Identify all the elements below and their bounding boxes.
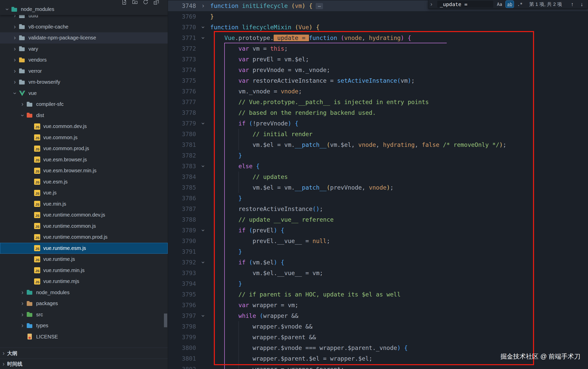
chevron-right-icon[interactable]: › (11, 68, 18, 75)
code-line-3797[interactable]: 3797› while (wrapper && (168, 310, 588, 321)
find-input[interactable]: _update = (437, 1, 493, 8)
tree-item-types[interactable]: ›types (0, 320, 168, 331)
tree-item-compiler-sfc[interactable]: ›compiler-sfc (0, 99, 168, 110)
code-line-3799[interactable]: 3799 wrapper.$parent && (168, 332, 588, 343)
chevron-right-icon[interactable]: › (11, 79, 18, 86)
tree-item-dist[interactable]: ›dist (0, 110, 168, 121)
fold-down-icon[interactable]: › (198, 116, 208, 131)
tree-item-vue.runtime.common.dev.js[interactable]: JSvue.runtime.common.dev.js (0, 209, 168, 221)
chevron-right-icon[interactable]: › (19, 300, 26, 307)
code-line-3780[interactable]: 3780 // initial render (168, 129, 588, 139)
regex-button[interactable]: .* (516, 1, 524, 8)
tree-item-vue.common.js[interactable]: JSvue.common.js (0, 132, 168, 143)
code-line-3794[interactable]: 3794 } (168, 278, 588, 289)
tree-item-verror[interactable]: ›verror (0, 66, 168, 77)
chevron-right-icon[interactable]: › (19, 311, 26, 318)
tree-item-vue.runtime.common.prod.js[interactable]: JSvue.runtime.common.prod.js (0, 232, 168, 243)
chevron-down-icon[interactable]: › (11, 90, 18, 97)
timeline-panel-header[interactable]: › 时间线 (0, 359, 168, 369)
code-line-3776[interactable]: 3776 vm._vnode = vnode; (168, 86, 588, 97)
chevron-down-icon[interactable]: › (4, 6, 11, 13)
code-line-3778[interactable]: 3778 // based on the rendering backend u… (168, 107, 588, 118)
tree-item-node_modules[interactable]: ›node_modules (0, 4, 168, 15)
match-case-button[interactable]: Aa (496, 1, 503, 8)
code-line-3781[interactable]: 3781 vm.$el = vm.__patch__(vm.$el, vnode… (168, 139, 588, 150)
tree-item-vue.min.js[interactable]: JSvue.min.js (0, 198, 168, 210)
fold-down-icon[interactable]: › (198, 255, 208, 269)
sidebar-scrollbar[interactable] (164, 314, 167, 327)
code-line-3783[interactable]: 3783› else { (168, 161, 588, 172)
code-line-3791[interactable]: 3791 } (168, 246, 588, 257)
tree-item-vue[interactable]: ›vue (0, 88, 168, 99)
fold-down-icon[interactable]: › (198, 159, 208, 173)
tree-item-vary[interactable]: ›vary (0, 44, 168, 55)
chevron-right-icon[interactable]: › (0, 361, 7, 367)
find-toggle-replace-icon[interactable]: › (430, 1, 435, 8)
tree-item-packages[interactable]: ›packages (0, 298, 168, 309)
code-line-3769[interactable]: 3769} (168, 11, 588, 22)
find-next-button[interactable]: ↓ (580, 1, 583, 7)
code-line-3777[interactable]: 3777 // Vue.prototype.__patch__ is injec… (168, 97, 588, 107)
code-line-3788[interactable]: 3788 // update __vue__ reference (168, 214, 588, 225)
code-line-3773[interactable]: 3773 var prevEl = vm.$el; (168, 54, 588, 65)
code-line-3785[interactable]: 3785 vm.$el = vm.__patch__(prevVnode, vn… (168, 182, 588, 193)
tree-item-vue.esm.js[interactable]: JSvue.esm.js (0, 176, 168, 188)
code-line-3792[interactable]: 3792› if (vm.$el) { (168, 257, 588, 268)
code-lines[interactable]: 3748›function initLifecycle (vm) {⋯3769}… (168, 1, 588, 369)
chevron-right-icon[interactable]: › (19, 289, 26, 296)
collapse-all-button[interactable] (153, 0, 159, 5)
code-line-3779[interactable]: 3779› if (!prevVnode) { (168, 118, 588, 129)
code-line-3770[interactable]: 3770›function lifecycleMixin (Vue) { (168, 22, 588, 33)
tree-item-LICENSE[interactable]: LICENSE (0, 331, 168, 343)
tree-item-vue.esm.browser.min.js[interactable]: JSvue.esm.browser.min.js (0, 165, 168, 176)
chevron-right-icon[interactable]: › (11, 34, 18, 41)
find-previous-button[interactable]: ↑ (571, 1, 574, 7)
code-line-3786[interactable]: 3786 } (168, 193, 588, 204)
tree-item-validate-npm-package-license[interactable]: ›validate-npm-package-license (0, 32, 168, 44)
code-line-3772[interactable]: 3772 var vm = this; (168, 43, 588, 54)
code-line-3787[interactable]: 3787 restoreActiveInstance(); (168, 204, 588, 214)
chevron-right-icon[interactable]: › (0, 350, 7, 357)
refresh-button[interactable] (143, 0, 148, 5)
code-line-3793[interactable]: 3793 vm.$el.__vue__ = vm; (168, 268, 588, 278)
tree-item-src[interactable]: ›src (0, 309, 168, 320)
tree-item-v8-compile-cache[interactable]: ›v8-compile-cache (0, 21, 168, 33)
tree-item-vue.runtime.js[interactable]: JSvue.runtime.js (0, 254, 168, 265)
code-line-3789[interactable]: 3789› if (prevEl) { (168, 225, 588, 236)
tree-item-vue.common.dev.js[interactable]: JSvue.common.dev.js (0, 121, 168, 132)
tree-item-vm-browserify[interactable]: ›vm-browserify (0, 77, 168, 88)
code-line-3800[interactable]: 3800 wrapper.$vnode === wrapper.$parent.… (168, 343, 588, 353)
code-line-3782[interactable]: 3782 } (168, 150, 588, 161)
tree-item-vendors[interactable]: ›vendors (0, 54, 168, 66)
tree-item-node_modules[interactable]: ›node_modules (0, 287, 168, 298)
code-line-3784[interactable]: 3784 // updates (168, 172, 588, 182)
tree-item-vue.runtime.min.js[interactable]: JSvue.runtime.min.js (0, 265, 168, 276)
tree-item-vue.esm.browser.js[interactable]: JSvue.esm.browser.js (0, 154, 168, 165)
code-line-3774[interactable]: 3774 var prevVnode = vm._vnode; (168, 65, 588, 75)
code-line-3775[interactable]: 3775 var restoreActiveInstance = setActi… (168, 75, 588, 86)
whole-word-button[interactable]: ab (506, 1, 514, 8)
tree-item-vue.js[interactable]: JSvue.js (0, 187, 168, 198)
code-line-3802[interactable]: 3802 wrapper = wrapper.$parent; (168, 364, 588, 369)
new-file-button[interactable] (121, 0, 127, 5)
code-line-3798[interactable]: 3798 wrapper.$vnode && (168, 321, 588, 332)
chevron-right-icon[interactable]: › (11, 46, 18, 52)
tree-item-vue.runtime.esm.js[interactable]: JSvue.runtime.esm.js (0, 243, 168, 254)
fold-right-icon[interactable]: › (196, 1, 210, 11)
chevron-right-icon[interactable]: › (19, 101, 26, 108)
fold-down-icon[interactable]: › (198, 309, 208, 323)
chevron-down-icon[interactable]: › (19, 112, 26, 119)
fold-down-icon[interactable]: › (198, 223, 208, 237)
code-line-3795[interactable]: 3795 // if parent is an HOC, update its … (168, 289, 588, 300)
chevron-right-icon[interactable]: › (19, 322, 26, 329)
tree-item-vue.runtime.common.js[interactable]: JSvue.runtime.common.js (0, 221, 168, 232)
code-line-3796[interactable]: 3796 var wrapper = vm; (168, 300, 588, 310)
chevron-right-icon[interactable]: › (11, 23, 18, 30)
chevron-right-icon[interactable]: › (11, 56, 18, 63)
code-line-3790[interactable]: 3790 prevEl.__vue__ = null; (168, 236, 588, 246)
code-line-3771[interactable]: 3771› Vue.prototype._update = function (… (168, 33, 588, 43)
new-folder-button[interactable] (132, 0, 138, 5)
fold-down-icon[interactable]: › (198, 31, 208, 45)
tree-item-vue.common.prod.js[interactable]: JSvue.common.prod.js (0, 143, 168, 154)
tree-item-vue.runtime.mjs[interactable]: JSvue.runtime.mjs (0, 276, 168, 287)
